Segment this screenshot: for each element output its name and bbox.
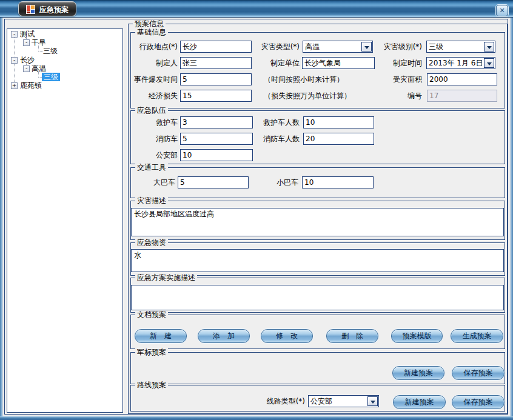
admin-location-input[interactable]: 长沙 — [180, 41, 252, 53]
doc-plan-group — [130, 315, 505, 349]
police-label: 公安部 — [127, 149, 178, 161]
window-right-border — [511, 18, 513, 416]
create-unit-label: 制定单位 — [249, 57, 300, 69]
impl-desc-group-title: 应急方案实施描述 — [135, 274, 197, 282]
mini-bus-label: 小巴车 — [246, 176, 298, 188]
military-plan-group — [130, 352, 505, 384]
close-button[interactable]: ✕ — [496, 5, 508, 16]
disaster-level-label: 灾害级别(*) — [371, 41, 422, 53]
chevron-down-icon — [487, 46, 492, 52]
tree-item[interactable]: 鹿苑镇 — [20, 81, 42, 90]
create-time-label: 制定时间 — [371, 57, 422, 69]
economic-loss-note: （损失按照万为单位计算） — [264, 90, 351, 102]
creator-input[interactable]: 张三 — [180, 57, 252, 69]
close-icon: ✕ — [499, 7, 505, 15]
line-type-select[interactable]: 公安部 — [308, 395, 379, 407]
disaster-type-value: 高温 — [305, 41, 360, 52]
ambulance-label: 救护车 — [127, 116, 178, 128]
tree-expander-icon[interactable]: - — [11, 31, 18, 38]
disaster-level-select[interactable]: 三级 — [426, 41, 495, 53]
window-title: 应急预案 — [39, 5, 69, 15]
route-save-plan-button[interactable]: 保存预案 — [452, 395, 505, 409]
create-time-value: 2013年 1月 6日 — [429, 58, 483, 68]
tree-item[interactable]: 测试 — [20, 30, 35, 38]
creator-label: 制定人 — [127, 57, 178, 69]
line-type-label: 线路类型(*) — [252, 395, 305, 407]
disaster-desc-textarea[interactable]: 长沙县局部地区温度过高 — [131, 208, 504, 236]
serial-number-field: 17 — [427, 90, 497, 102]
transport-group-title: 交通工具 — [135, 164, 168, 172]
outbreak-time-label: 事件爆发时间 — [127, 73, 178, 85]
disaster-level-dropdown-button[interactable] — [484, 42, 494, 52]
mini-bus-input[interactable]: 10 — [302, 176, 374, 188]
chevron-down-icon — [487, 62, 492, 68]
tree-item[interactable]: 长沙 — [20, 56, 35, 64]
tree-expander-icon[interactable]: - — [23, 39, 30, 46]
disaster-desc-group-title: 灾害描述 — [135, 197, 168, 205]
disaster-type-label: 灾害类型(*) — [249, 41, 300, 53]
tree-item[interactable]: 三级 — [43, 47, 58, 55]
supplies-textarea[interactable]: 水 — [131, 249, 504, 272]
route-plan-group-title: 路线预案 — [135, 381, 168, 389]
plan-template-button[interactable]: 预案模版 — [391, 329, 443, 343]
affected-area-label: 受灾面积 — [371, 73, 422, 85]
new-button[interactable]: 新 建 — [135, 329, 187, 343]
doc-plan-group-title: 文档预案 — [135, 311, 168, 319]
application-window: 应急预案 ✕ - 测试 - 干旱 三级 - 长沙 - 高温 三级 + 鹿苑镇 预… — [0, 0, 513, 420]
title-tab: 应急预案 — [18, 1, 76, 16]
ambulance-people-input[interactable]: 10 — [303, 116, 374, 128]
create-unit-input[interactable]: 长沙气象局 — [302, 57, 375, 69]
tree-expander-icon[interactable]: - — [23, 65, 30, 72]
military-new-plan-button[interactable]: 新建预案 — [392, 366, 444, 380]
outbreak-time-note: （时间按照小时来计算） — [264, 73, 344, 85]
tree-item-selected[interactable]: 三级 — [42, 73, 60, 81]
big-bus-input[interactable]: 5 — [178, 176, 249, 188]
create-time-datepicker[interactable]: 2013年 1月 6日 — [426, 57, 495, 69]
ambulance-input[interactable]: 3 — [180, 116, 253, 128]
route-new-plan-button[interactable]: 新建预案 — [393, 395, 446, 409]
line-type-value: 公安部 — [310, 396, 366, 407]
modify-button[interactable]: 修 改 — [261, 329, 313, 343]
ambulance-people-label: 救护车人数 — [249, 116, 300, 128]
disaster-type-select[interactable]: 高温 — [303, 41, 373, 53]
basic-info-group-title: 基础信息 — [135, 28, 168, 36]
chevron-down-icon — [370, 401, 375, 406]
generate-plan-button[interactable]: 生成预案 — [451, 329, 503, 343]
app-icon — [26, 5, 35, 14]
line-type-dropdown-button[interactable] — [367, 396, 378, 406]
economic-loss-label: 经济损失 — [127, 90, 178, 102]
delete-button[interactable]: 删 除 — [326, 329, 378, 343]
supplies-group-title: 应急物资 — [135, 239, 168, 247]
window-left-border — [0, 18, 2, 416]
fire-truck-people-label: 消防车人数 — [249, 133, 300, 145]
window-bottom-border — [0, 416, 513, 420]
tree-expander-icon[interactable]: + — [11, 82, 18, 89]
impl-desc-textarea[interactable] — [131, 285, 504, 310]
emergency-team-group-title: 应急队伍 — [135, 107, 168, 115]
police-input[interactable]: 10 — [180, 149, 253, 161]
add-button[interactable]: 添 加 — [198, 329, 250, 343]
plan-info-group-title: 预案信息 — [133, 20, 166, 28]
economic-loss-input[interactable]: 15 — [180, 90, 252, 102]
military-plan-group-title: 军标预案 — [135, 348, 168, 356]
disaster-type-dropdown-button[interactable] — [361, 42, 372, 52]
tree-item[interactable]: 高温 — [32, 64, 46, 73]
disaster-level-value: 三级 — [429, 41, 483, 52]
big-bus-label: 大巴车 — [124, 176, 175, 188]
outbreak-time-input[interactable]: 5 — [180, 73, 252, 85]
admin-location-label: 行政地点(*) — [127, 41, 178, 53]
fire-truck-label: 消防车 — [127, 133, 178, 145]
chevron-down-icon — [364, 46, 369, 52]
affected-area-input[interactable]: 2000 — [427, 73, 497, 85]
fire-truck-people-input[interactable]: 20 — [303, 133, 374, 145]
serial-number-label: 编号 — [371, 90, 422, 102]
create-time-dropdown-button[interactable] — [484, 58, 494, 68]
tree-item[interactable]: 干旱 — [32, 38, 46, 47]
military-save-plan-button[interactable]: 保存预案 — [452, 366, 505, 380]
fire-truck-input[interactable]: 5 — [180, 133, 253, 145]
tree-expander-icon[interactable]: - — [11, 57, 18, 64]
titlebar — [0, 0, 513, 18]
